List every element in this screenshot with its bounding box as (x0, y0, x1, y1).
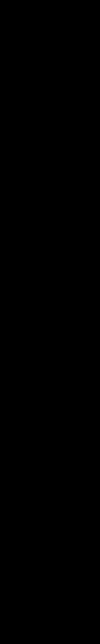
site-title (0, 1, 100, 4)
